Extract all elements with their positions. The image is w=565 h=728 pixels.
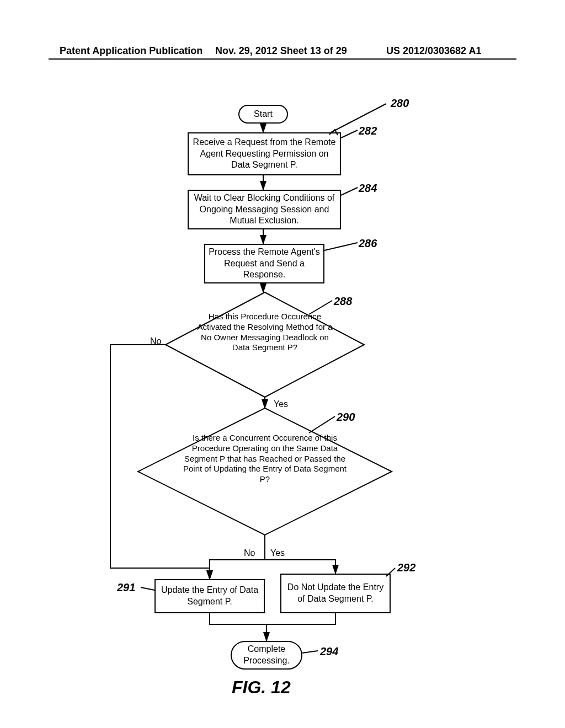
- node-286-text: Process the Remote Agent's Request and S…: [209, 247, 320, 281]
- label-yes-288: Yes: [274, 399, 288, 409]
- node-291: Update the Entry of Data Segment P.: [154, 579, 265, 613]
- label-yes-290: Yes: [270, 548, 285, 558]
- svg-line-15: [141, 587, 154, 590]
- ref-291: 291: [117, 581, 135, 594]
- node-288: Has this Procedure Occurence Activated t…: [166, 292, 364, 397]
- header-right: US 2012/0303682 A1: [386, 45, 481, 57]
- ref-282: 282: [359, 125, 377, 137]
- node-286: Process the Remote Agent's Request and S…: [204, 244, 324, 283]
- figure-label: FIG. 12: [232, 677, 291, 698]
- node-end-text: Complete Processing.: [235, 644, 298, 667]
- ref-280: 280: [391, 97, 409, 110]
- node-start: Start: [238, 105, 288, 124]
- svg-line-10: [341, 130, 358, 138]
- ref-286: 286: [359, 237, 377, 250]
- svg-line-17: [302, 651, 318, 653]
- node-282: Receive a Request from the Remote Agent …: [188, 132, 341, 175]
- label-no-290: No: [244, 548, 255, 558]
- node-284: Wait to Clear Blocking Conditions of Ong…: [188, 190, 341, 229]
- node-290: Is there a Concurrent Occurence of this …: [138, 408, 392, 535]
- node-start-text: Start: [254, 109, 273, 120]
- node-288-text: Has this Procedure Occurence Activated t…: [193, 312, 337, 353]
- header-left: Patent Application Publication: [60, 45, 202, 57]
- node-292: Do Not Update the Entry of Data Segment …: [280, 574, 391, 613]
- svg-line-11: [341, 188, 358, 195]
- node-292-text: Do Not Update the Entry of Data Segment …: [285, 582, 386, 605]
- header-mid: Nov. 29, 2012 Sheet 13 of 29: [215, 45, 347, 57]
- ref-284: 284: [359, 182, 377, 195]
- ref-294: 294: [320, 645, 338, 658]
- label-no-288: No: [150, 336, 161, 346]
- node-290-text: Is there a Concurrent Occurence of this …: [182, 433, 348, 485]
- node-282-text: Receive a Request from the Remote Agent …: [192, 137, 337, 171]
- ref-292: 292: [397, 561, 415, 574]
- node-291-text: Update the Entry of Data Segment P.: [159, 585, 260, 608]
- header-rule: [49, 58, 516, 60]
- node-284-text: Wait to Clear Blocking Conditions of Ong…: [192, 192, 337, 227]
- svg-line-12: [324, 243, 358, 250]
- node-end: Complete Processing.: [231, 641, 302, 670]
